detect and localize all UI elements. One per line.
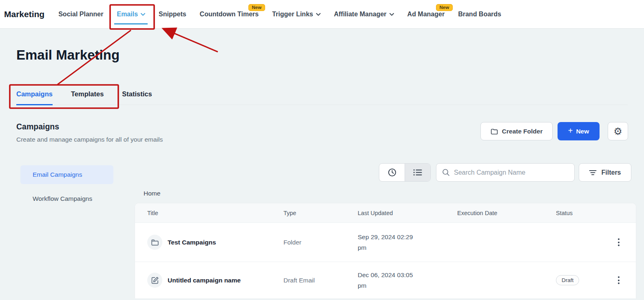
top-navigation: Marketing Social Planner Emails Snippets… xyxy=(0,0,644,29)
nav-label: Social Planner xyxy=(58,11,103,18)
column-header-status: Status xyxy=(544,210,597,216)
new-button[interactable]: + New xyxy=(558,122,600,140)
row-last-updated: Dec 06, 2024 03:05 pm xyxy=(345,270,418,291)
filters-button[interactable]: Filters xyxy=(579,163,631,182)
folder-icon xyxy=(491,128,498,135)
annotation-arrow xyxy=(164,29,218,52)
email-marketing-page: Marketing Social Planner Emails Snippets… xyxy=(0,0,644,300)
column-header-execution-date: Execution Date xyxy=(445,210,544,216)
search-icon xyxy=(442,169,450,176)
nav-label: Countdown Timers xyxy=(200,11,259,18)
nav-label: Snippets xyxy=(159,11,186,18)
new-button-label: New xyxy=(576,128,589,135)
campaigns-table: Title Type Last Updated Execution Date S… xyxy=(135,203,636,298)
nav-label: Trigger Links xyxy=(272,11,313,18)
row-actions-menu[interactable] xyxy=(615,236,622,249)
nav-item-ad-manager[interactable]: Ad Manager New xyxy=(407,11,445,18)
sidebar-item-label: Workflow Campaigns xyxy=(33,195,92,202)
new-badge: New xyxy=(436,4,453,11)
chevron-down-icon xyxy=(141,13,145,16)
row-actions-menu[interactable] xyxy=(615,274,622,287)
nav-label: Ad Manager xyxy=(407,11,445,18)
filters-label: Filters xyxy=(601,169,621,176)
chevron-down-icon xyxy=(389,13,394,16)
row-title: Test Campaigns xyxy=(168,239,216,246)
row-status: Draft xyxy=(544,275,597,285)
list-icon xyxy=(413,169,423,176)
tab-bar: Campaigns Templates Statistics xyxy=(16,84,628,105)
brand-title: Marketing xyxy=(4,9,44,19)
column-header-title: Title xyxy=(135,210,271,216)
new-badge: New xyxy=(248,4,266,11)
nav-item-emails[interactable]: Emails xyxy=(117,11,145,18)
clock-icon xyxy=(387,168,397,177)
nav-item-affiliate-manager[interactable]: Affiliate Manager xyxy=(334,11,394,18)
folder-icon xyxy=(147,235,162,250)
table-header-row: Title Type Last Updated Execution Date S… xyxy=(135,203,636,223)
nav-item-brand-boards[interactable]: Brand Boards xyxy=(458,11,501,18)
settings-button[interactable]: ⚙ xyxy=(608,122,628,140)
column-header-last-updated: Last Updated xyxy=(345,210,445,216)
tab-statistics[interactable]: Statistics xyxy=(122,84,152,104)
nav-item-social-planner[interactable]: Social Planner xyxy=(58,11,103,18)
row-title: Untitled campaign name xyxy=(168,277,241,284)
gear-icon: ⚙ xyxy=(613,126,622,137)
clock-view-button[interactable] xyxy=(379,164,405,181)
nav-item-snippets[interactable]: Snippets xyxy=(159,11,186,18)
create-folder-button[interactable]: Create Folder xyxy=(480,122,553,140)
plus-icon: + xyxy=(568,126,573,136)
breadcrumb[interactable]: Home xyxy=(144,190,160,197)
row-type: Folder xyxy=(271,239,345,246)
nav-label: Brand Boards xyxy=(458,11,501,18)
table-row-test-campaigns[interactable]: Test Campaigns Folder Sep 29, 2024 02:29… xyxy=(135,223,636,262)
search-input[interactable] xyxy=(454,169,569,176)
chevron-down-icon xyxy=(316,13,321,16)
tab-campaigns[interactable]: Campaigns xyxy=(16,84,53,104)
edit-icon xyxy=(147,273,162,288)
nav-item-countdown-timers[interactable]: Countdown Timers New xyxy=(200,11,259,18)
tab-templates[interactable]: Templates xyxy=(71,84,104,104)
row-type: Draft Email xyxy=(271,277,345,284)
sidebar-item-email-campaigns[interactable]: Email Campaigns xyxy=(20,165,113,184)
column-header-type: Type xyxy=(271,210,345,216)
row-last-updated: Sep 29, 2024 02:29 pm xyxy=(345,232,418,253)
page-title: Email Marketing xyxy=(16,47,120,63)
nav-item-trigger-links[interactable]: Trigger Links xyxy=(272,11,320,18)
status-badge: Draft xyxy=(556,275,579,285)
search-box xyxy=(436,163,575,182)
section-subtitle: Create and manage campaigns for all of y… xyxy=(16,136,163,143)
create-folder-label: Create Folder xyxy=(502,128,543,135)
sidebar-item-workflow-campaigns[interactable]: Workflow Campaigns xyxy=(20,189,113,208)
view-toggle-group xyxy=(379,163,431,182)
table-row-untitled-campaign[interactable]: Untitled campaign name Draft Email Dec 0… xyxy=(135,262,636,298)
section-title: Campaigns xyxy=(16,122,59,131)
sidebar-item-label: Email Campaigns xyxy=(33,171,82,178)
nav-label: Affiliate Manager xyxy=(334,11,387,18)
nav-label: Emails xyxy=(117,11,138,18)
list-view-button[interactable] xyxy=(405,164,430,181)
filter-lines-icon xyxy=(589,170,597,176)
